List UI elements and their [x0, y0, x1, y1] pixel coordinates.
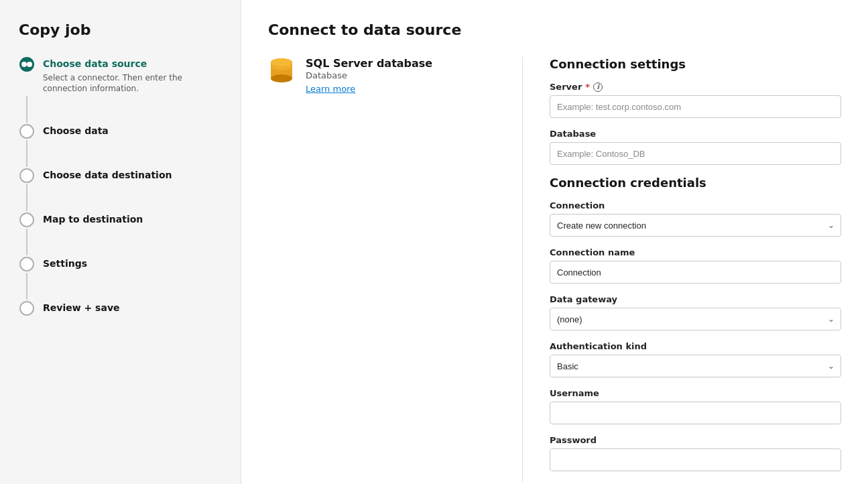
- step-connector-col-4: [19, 213, 35, 227]
- auth-kind-field-group: Authentication kind BasicWindowsOAuth ⌄: [550, 341, 841, 377]
- step-item-map-to-destination[interactable]: Map to destination: [19, 213, 222, 227]
- source-info: SQL Server database Database Learn more: [268, 57, 495, 94]
- server-label: Server * i: [550, 82, 841, 92]
- step-connector-col-5: [19, 257, 35, 271]
- line-col-4: [19, 227, 35, 257]
- server-input[interactable]: [550, 95, 841, 118]
- step-text-col-6: Review + save: [43, 301, 120, 315]
- content-row: SQL Server database Database Learn more …: [268, 57, 841, 482]
- source-col: SQL Server database Database Learn more: [268, 57, 523, 482]
- username-field-group: Username: [550, 388, 841, 424]
- step-text-col-4: Map to destination: [43, 213, 143, 227]
- password-label: Password: [550, 435, 841, 445]
- step-item-choose-data[interactable]: Choose data: [19, 124, 222, 139]
- step-text-col-2: Choose data: [43, 124, 109, 138]
- step-line-2: [26, 140, 27, 167]
- auth-kind-select[interactable]: BasicWindowsOAuth: [550, 355, 841, 377]
- sidebar: Copy job Choose data source Select a con…: [0, 0, 241, 484]
- step-label-settings: Settings: [43, 257, 87, 271]
- svg-point-4: [271, 62, 292, 70]
- step-circle-6: [19, 301, 34, 316]
- data-gateway-select[interactable]: (none): [550, 308, 841, 330]
- data-gateway-select-wrapper: (none) ⌄: [550, 308, 841, 330]
- step-circle-5: [19, 257, 34, 271]
- step-line-3: [26, 184, 27, 211]
- step-text-col-5: Settings: [43, 257, 87, 271]
- settings-col: Connection settings Server * i Database: [523, 57, 841, 482]
- step-label-choose-data-destination: Choose data destination: [43, 169, 172, 182]
- line-col-1: [19, 95, 35, 124]
- password-input[interactable]: [550, 448, 841, 471]
- sidebar-title: Copy job: [19, 21, 222, 38]
- step-circle-4: [19, 213, 34, 227]
- step-connector-3-4: [19, 183, 222, 213]
- main-content: Connect to data source SQL Server databa…: [241, 0, 868, 484]
- step-desc-choose-data-source: Select a connector. Then enter the conne…: [43, 72, 222, 95]
- step-connector-4-5: [19, 227, 222, 257]
- connection-select-wrapper: Create new connection ⌄: [550, 214, 841, 237]
- database-label: Database: [550, 129, 841, 139]
- line-col-5: [19, 271, 35, 301]
- page-title: Connect to data source: [268, 21, 841, 38]
- step-label-choose-data-source: Choose data source: [43, 58, 222, 71]
- database-icon: [268, 57, 295, 84]
- database-field-group: Database: [550, 129, 841, 165]
- step-connector-2-3: [19, 139, 222, 168]
- step-connector-col-1: [19, 57, 35, 72]
- step-circle-2: [19, 124, 34, 139]
- step-line-4: [26, 229, 27, 255]
- step-connector-5-6: [19, 271, 222, 301]
- server-info-icon[interactable]: i: [593, 82, 603, 92]
- step-connector-col-6: [19, 301, 35, 316]
- step-circle-1: [19, 57, 34, 72]
- database-input[interactable]: [550, 142, 841, 165]
- auth-kind-label: Authentication kind: [550, 341, 841, 351]
- connection-select[interactable]: Create new connection: [550, 214, 841, 237]
- step-text-col-3: Choose data destination: [43, 168, 172, 182]
- step-item-settings[interactable]: Settings: [19, 257, 222, 271]
- source-text: SQL Server database Database Learn more: [306, 57, 432, 94]
- connection-credentials-section: Connection credentials Connection Create…: [550, 176, 841, 471]
- step-list: Choose data source Select a connector. T…: [19, 57, 222, 316]
- step-connector-col-2: [19, 124, 35, 139]
- connection-name-field-group: Connection name: [550, 247, 841, 284]
- data-gateway-field-group: Data gateway (none) ⌄: [550, 294, 841, 330]
- step-item-choose-data-source[interactable]: Choose data source Select a connector. T…: [19, 57, 222, 95]
- server-required: *: [585, 82, 590, 92]
- data-gateway-label: Data gateway: [550, 294, 841, 304]
- step-label-review-save: Review + save: [43, 302, 120, 315]
- server-field-group: Server * i: [550, 82, 841, 118]
- learn-more-link[interactable]: Learn more: [306, 84, 355, 94]
- connection-name-input[interactable]: [550, 261, 841, 284]
- step-connector-col-3: [19, 168, 35, 183]
- step-item-choose-data-destination[interactable]: Choose data destination: [19, 168, 222, 183]
- step-connector-1-2: [19, 95, 222, 124]
- username-input[interactable]: [550, 402, 841, 424]
- connection-credentials-heading: Connection credentials: [550, 176, 841, 190]
- step-line-5: [26, 273, 27, 300]
- source-type: Database: [306, 70, 432, 80]
- line-col-3: [19, 183, 35, 213]
- connection-name-label: Connection name: [550, 247, 841, 257]
- source-name: SQL Server database: [306, 57, 432, 70]
- step-line-1: [26, 96, 27, 123]
- username-label: Username: [550, 388, 841, 398]
- step-circle-3: [19, 168, 34, 183]
- connection-select-label: Connection: [550, 200, 841, 210]
- step-label-map-to-destination: Map to destination: [43, 213, 143, 227]
- password-field-group: Password: [550, 435, 841, 471]
- line-col-2: [19, 139, 35, 168]
- connection-field-group: Connection Create new connection ⌄: [550, 200, 841, 237]
- connection-settings-heading: Connection settings: [550, 57, 841, 71]
- step-item-review-save[interactable]: Review + save: [19, 301, 222, 316]
- svg-point-2: [271, 74, 292, 82]
- step-text-col-1: Choose data source Select a connector. T…: [43, 57, 222, 95]
- step-label-choose-data: Choose data: [43, 125, 109, 138]
- auth-kind-select-wrapper: BasicWindowsOAuth ⌄: [550, 355, 841, 377]
- connection-settings-section: Connection settings Server * i Database: [550, 57, 841, 165]
